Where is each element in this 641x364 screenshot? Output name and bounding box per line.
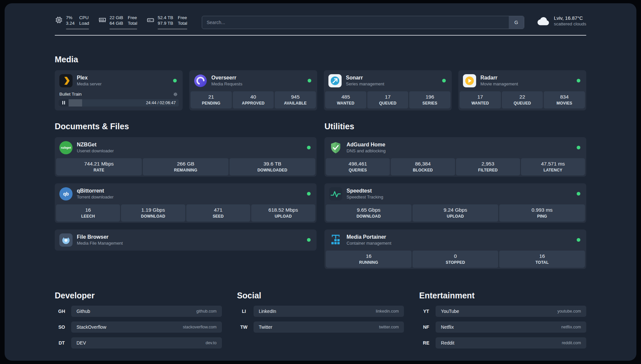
stat-label: LEECH (57, 214, 119, 219)
gear-icon[interactable] (173, 92, 178, 97)
bookmark-link[interactable]: YTYouTubeyoutube.com (419, 306, 586, 317)
bookmark-link[interactable]: RERedditreddit.com (419, 337, 586, 349)
stat-label: TOTAL (501, 260, 584, 265)
section-title-media: Media (55, 55, 586, 64)
service-subtitle: Torrent downloader (77, 195, 113, 199)
stat-value: 21 (192, 94, 230, 100)
bookmark-name: Github (76, 309, 90, 314)
disk-total: 97.9 TB (158, 21, 173, 26)
service-card-header: AdGuard HomeDNS and adblocking (324, 137, 586, 158)
stat-label: RUNNING (327, 260, 410, 265)
stat-tile: 21PENDING (191, 91, 232, 108)
stat-value: 0.993 ms (501, 207, 584, 213)
bookmark-group-social: SocialLILinkedInlinkedin.comTWTwittertwi… (237, 291, 404, 353)
status-dot (577, 192, 580, 196)
bookmark-domain: youtube.com (557, 309, 581, 314)
bookmark-link[interactable]: SOStackOverflowstackoverflow.com (55, 321, 222, 333)
weather-widget: Lviv, 16.87°C scattered clouds (537, 15, 586, 26)
bookmark-pill[interactable]: Twittertwitter.com (254, 321, 404, 333)
service-text: NZBGetUsenet downloader (77, 142, 114, 153)
overseerr-icon (194, 74, 207, 87)
bookmark-group-title: Developer (55, 291, 222, 300)
ram-total: 64 GiB (109, 21, 123, 26)
bookmark-pill[interactable]: LinkedInlinkedin.com (254, 306, 404, 317)
bookmark-abbr: DT (55, 340, 69, 346)
bookmark-abbr: TW (237, 324, 251, 330)
stat-tile: 17WANTED (460, 91, 501, 108)
bookmark-link[interactable]: LILinkedInlinkedin.com (237, 306, 404, 317)
cpu-widget: 7% CPU 3.24 Load (55, 15, 89, 30)
stat-tile: 16RUNNING (326, 251, 412, 268)
stat-value: 471 (188, 207, 249, 213)
bookmarks-section: DeveloperGHGithubgithub.comSOStackOverfl… (55, 291, 586, 361)
search-engine-button[interactable]: G (509, 16, 524, 29)
filebrowser-icon (59, 233, 73, 247)
service-stats: 16RUNNING0STOPPED16TOTAL (326, 251, 585, 268)
service-card-header: SonarrSeries management (324, 70, 452, 91)
ram-total-label: Total (128, 21, 137, 26)
disk-widget: 52.4 TB Free 97.9 TB Total (146, 15, 187, 30)
service-card-sonarr[interactable]: SonarrSeries management485WANTED17QUEUED… (324, 70, 452, 110)
service-card-overseerr[interactable]: OverseerrMedia Requests21PENDING40APPROV… (189, 70, 317, 110)
service-card-filebrowser[interactable]: File BrowserMedia File Management (55, 229, 317, 251)
stat-label: DOWNLOAD (327, 214, 410, 219)
bookmark-name: LinkedIn (259, 309, 276, 314)
service-card-qbittorrent[interactable]: qbqBittorrentTorrent downloader16LEECH1.… (55, 183, 317, 223)
bookmark-name: Netflix (441, 324, 454, 330)
stat-label: DOWNLOAD (122, 214, 184, 219)
media-cards: Plex Media server Bullet Train (55, 70, 586, 110)
stat-label: APPROVED (234, 101, 273, 106)
service-name: Plex (77, 75, 102, 81)
service-card-header: nzbgetNZBGetUsenet downloader (55, 137, 317, 158)
bookmark-link[interactable]: GHGithubgithub.com (55, 306, 222, 317)
service-stats: 485WANTED17QUEUED196SERIES (325, 91, 450, 108)
bookmark-domain: stackoverflow.com (183, 325, 217, 329)
service-card-plex[interactable]: Plex Media server Bullet Train (55, 70, 183, 110)
service-stats: 21PENDING40APPROVED945AVAILABLE (191, 91, 316, 108)
bookmark-link[interactable]: DTDEVdev.to (55, 337, 222, 349)
stat-label: BLOCKED (392, 168, 453, 172)
service-card-header: SpeedtestSpeedtest Tracking (324, 183, 586, 204)
stat-tile: 9.24 GbpsUPLOAD (412, 204, 498, 222)
stat-label: PENDING (192, 101, 230, 106)
bookmark-pill[interactable]: DEVdev.to (71, 337, 222, 349)
dashboard-frame: 7% CPU 3.24 Load 22 GiB Free 64 GiB Tota… (5, 3, 636, 361)
bookmark-pill[interactable]: Githubgithub.com (71, 306, 222, 317)
service-subtitle: Container management (347, 241, 391, 246)
bookmark-abbr: SO (55, 324, 69, 330)
bookmark-pill[interactable]: Redditreddit.com (436, 337, 586, 349)
service-card-radarr[interactable]: RadarrMovie management17WANTED22QUEUED83… (458, 70, 586, 110)
service-text: qBittorrentTorrent downloader (77, 188, 113, 199)
service-card-portainer[interactable]: Media PortainerContainer management16RUN… (324, 229, 586, 269)
main-content: Media Plex Media server Bullet Train (55, 36, 586, 361)
cpu-label: CPU (79, 15, 89, 20)
speedtest-icon (329, 187, 342, 200)
stat-tile: 618.52 MbpsUPLOAD (251, 204, 315, 222)
bookmark-abbr: NF (419, 324, 433, 330)
service-text: RadarrMovie management (480, 75, 518, 86)
bookmark-pill[interactable]: YouTubeyoutube.com (436, 306, 586, 317)
plex-progress-bar[interactable]: 24:44 / 02:06:47 (59, 99, 179, 106)
stat-tile: 47.571 msLATENCY (521, 158, 585, 175)
cpu-load-label: Load (79, 21, 89, 26)
service-card-speedtest[interactable]: SpeedtestSpeedtest Tracking9.65 GbpsDOWN… (324, 183, 586, 223)
cloud-icon (537, 16, 550, 26)
bookmark-link[interactable]: TWTwittertwitter.com (237, 321, 404, 333)
bookmark-pill[interactable]: Netflixnetflix.com (436, 321, 586, 333)
disk-free-label: Free (178, 15, 187, 20)
service-name: qBittorrent (77, 188, 113, 194)
search-input[interactable] (202, 16, 524, 29)
service-card-nzbget[interactable]: nzbgetNZBGetUsenet downloader744.21 Mbps… (55, 137, 317, 177)
service-subtitle: Media Requests (211, 81, 242, 86)
service-stats: 744.21 MbpsRATE266 GBREMAINING39.6 TBDOW… (56, 158, 315, 175)
stat-value: 39.6 TB (231, 161, 314, 167)
service-card-adguard[interactable]: AdGuard HomeDNS and adblocking498,461QUE… (324, 137, 586, 177)
service-name: Radarr (480, 75, 518, 81)
bookmark-pill[interactable]: StackOverflowstackoverflow.com (71, 321, 222, 333)
pause-button[interactable] (59, 99, 69, 106)
service-subtitle: Speedtest Tracking (347, 195, 383, 199)
stat-tile: 744.21 MbpsRATE (56, 158, 142, 175)
stat-value: 744.21 Mbps (57, 161, 140, 167)
bookmark-link[interactable]: NFNetflixnetflix.com (419, 321, 586, 333)
stat-label: WANTED (326, 101, 365, 106)
